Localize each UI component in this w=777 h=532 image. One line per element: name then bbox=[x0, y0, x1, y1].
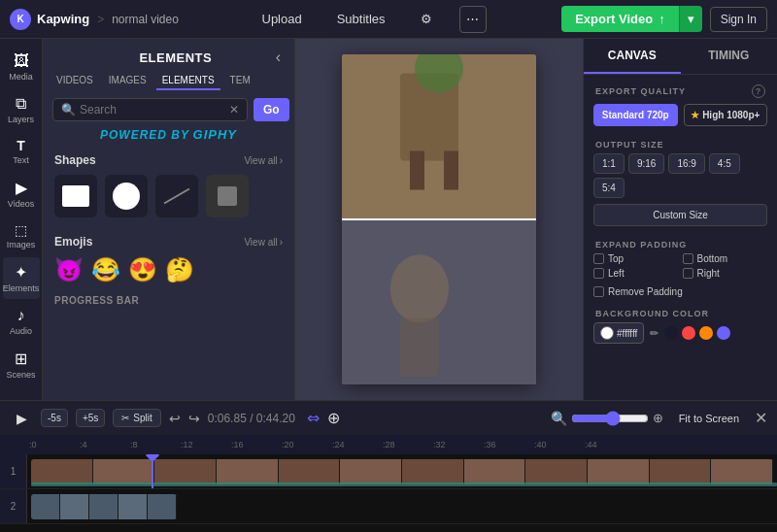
shape-rectangle[interactable] bbox=[54, 175, 97, 217]
zoom-in-icon[interactable]: ⊕ bbox=[653, 411, 663, 425]
padding-top-checkbox[interactable] bbox=[593, 253, 604, 264]
zoom-slider[interactable] bbox=[571, 411, 649, 426]
padding-bottom-checkbox[interactable] bbox=[683, 253, 693, 264]
color-dot-purple[interactable] bbox=[717, 326, 730, 340]
panel-header: ELEMENTS ‹ bbox=[43, 39, 294, 72]
giphy-badge: POWERED BY GIPHY bbox=[43, 125, 294, 148]
emoji-3[interactable]: 🤔 bbox=[165, 256, 194, 283]
ruler-mark-28: :28 bbox=[383, 440, 395, 449]
bg-color-swatch[interactable]: #ffffff bbox=[593, 322, 644, 344]
canvas-content bbox=[342, 54, 536, 384]
search-clear-button[interactable]: ✕ bbox=[229, 103, 239, 116]
track-content-2[interactable] bbox=[27, 489, 777, 523]
padding-left-checkbox[interactable] bbox=[593, 268, 604, 279]
media-label: Media bbox=[9, 72, 33, 82]
ruler-mark-4: :4 bbox=[80, 440, 87, 449]
text-label: Text bbox=[13, 155, 29, 165]
tab-elements[interactable]: ELEMENTS bbox=[156, 72, 220, 90]
size-5-4-button[interactable]: 5:4 bbox=[593, 178, 625, 198]
video-track-2 bbox=[31, 494, 177, 519]
export-quality-label: EXPORT QUALITY ? bbox=[584, 75, 777, 104]
padding-right-checkbox[interactable] bbox=[683, 268, 693, 279]
playhead bbox=[152, 454, 153, 488]
emoji-1[interactable]: 😂 bbox=[91, 256, 120, 283]
app-logo: K Kapwing bbox=[10, 9, 89, 30]
export-label: Export Video bbox=[575, 12, 653, 26]
quality-720p-button[interactable]: Standard 720p bbox=[593, 104, 678, 126]
settings-icon[interactable]: ⚙ bbox=[413, 6, 440, 33]
remove-padding-label: Remove Padding bbox=[608, 286, 683, 297]
svg-point-6 bbox=[390, 254, 449, 322]
logo-icon: K bbox=[10, 9, 31, 30]
go-button[interactable]: Go bbox=[253, 98, 289, 121]
padding-top-label: Top bbox=[608, 253, 624, 264]
emoji-2[interactable]: 😍 bbox=[128, 256, 157, 283]
sidebar-item-images[interactable]: ⬚ Images bbox=[3, 216, 40, 255]
shape-other[interactable] bbox=[206, 175, 249, 217]
track-row-2: 2 bbox=[0, 489, 777, 524]
sidebar-item-media[interactable]: 🖼 Media bbox=[3, 47, 40, 87]
search-icon: 🔍 bbox=[61, 103, 76, 116]
canvas-area[interactable] bbox=[295, 39, 583, 400]
upload-button[interactable]: Upload bbox=[254, 8, 310, 30]
fit-screen-button[interactable]: Fit to Screen bbox=[671, 410, 747, 427]
size-16-9-button[interactable]: 16:9 bbox=[668, 153, 704, 174]
subtitles-button[interactable]: Subtitles bbox=[329, 8, 393, 30]
search-input[interactable] bbox=[80, 103, 225, 116]
tab-images[interactable]: IMAGES bbox=[103, 72, 152, 90]
share-icon[interactable]: ⋯ bbox=[459, 6, 487, 33]
tab-canvas[interactable]: CANVAS bbox=[584, 39, 681, 74]
track-content-1[interactable] bbox=[27, 454, 777, 488]
zoom-out-icon[interactable]: 🔍 bbox=[551, 411, 567, 426]
trim-icon: ⇔ bbox=[307, 409, 320, 427]
shapes-title: Shapes bbox=[54, 153, 96, 167]
quality-1080p-button[interactable]: ★ High 1080p+ bbox=[684, 104, 768, 126]
split-button[interactable]: ✂ Split bbox=[113, 409, 160, 427]
panel-close-button[interactable]: ‹ bbox=[276, 49, 281, 66]
ruler-mark-20: :20 bbox=[282, 440, 294, 449]
pencil-icon[interactable]: ✏ bbox=[650, 327, 659, 340]
tab-timing[interactable]: TIMING bbox=[681, 39, 778, 74]
color-dot-dark[interactable] bbox=[664, 326, 678, 340]
ruler-mark-40: :40 bbox=[534, 440, 547, 449]
color-dot-orange[interactable] bbox=[699, 326, 713, 340]
step-back-button[interactable]: -5s bbox=[41, 409, 68, 427]
emoji-0[interactable]: 😈 bbox=[54, 256, 84, 283]
right-panel-tabs: CANVAS TIMING bbox=[584, 39, 777, 75]
remove-padding-checkbox[interactable] bbox=[593, 286, 604, 297]
export-button[interactable]: Export Video ↑ bbox=[561, 6, 678, 32]
export-dropdown-button[interactable]: ▾ bbox=[679, 6, 702, 32]
sidebar-item-scenes[interactable]: ⊞ Scenes bbox=[3, 344, 40, 385]
close-timeline-button[interactable]: ✕ bbox=[755, 409, 767, 427]
quality-buttons: Standard 720p ★ High 1080p+ bbox=[584, 104, 777, 134]
shapes-view-all-button[interactable]: View all › bbox=[244, 155, 283, 166]
chevron-right-icon: › bbox=[280, 155, 283, 166]
play-button[interactable]: ▶ bbox=[10, 407, 33, 430]
step-forward-button[interactable]: +5s bbox=[76, 409, 105, 427]
right-panel: CANVAS TIMING EXPORT QUALITY ? Standard … bbox=[583, 39, 777, 400]
sidebar-item-elements[interactable]: ✦ Elements bbox=[3, 257, 40, 299]
elements-panel: ELEMENTS ‹ VIDEOS IMAGES ELEMENTS TEM 🔍 … bbox=[43, 39, 295, 400]
sidebar-item-audio[interactable]: ♪ Audio bbox=[3, 301, 40, 342]
signin-button[interactable]: Sign In bbox=[710, 7, 767, 32]
custom-size-button[interactable]: Custom Size bbox=[593, 204, 767, 226]
sidebar-item-layers[interactable]: ⧉ Layers bbox=[3, 89, 40, 130]
shape-line[interactable] bbox=[155, 175, 198, 217]
media-icon: 🖼 bbox=[14, 52, 29, 70]
redo-button[interactable]: ↪ bbox=[188, 411, 200, 426]
emojis-view-all-button[interactable]: View all › bbox=[244, 237, 283, 248]
audio-label: Audio bbox=[10, 326, 32, 336]
size-1-1-button[interactable]: 1:1 bbox=[593, 153, 625, 174]
size-4-5-button[interactable]: 4:5 bbox=[709, 153, 740, 174]
sidebar-item-text[interactable]: T Text bbox=[3, 132, 40, 171]
help-icon[interactable]: ? bbox=[752, 84, 765, 98]
color-dot-red[interactable] bbox=[682, 326, 695, 340]
sidebar-item-videos[interactable]: ▶ Videos bbox=[3, 173, 40, 215]
tab-videos[interactable]: VIDEOS bbox=[51, 72, 99, 90]
star-icon: ★ bbox=[691, 110, 699, 120]
tab-templates[interactable]: TEM bbox=[224, 72, 256, 90]
shape-circle[interactable] bbox=[105, 175, 148, 217]
padding-bottom-label: Bottom bbox=[697, 253, 728, 264]
size-9-16-button[interactable]: 9:16 bbox=[628, 153, 664, 174]
undo-button[interactable]: ↩ bbox=[169, 411, 181, 426]
